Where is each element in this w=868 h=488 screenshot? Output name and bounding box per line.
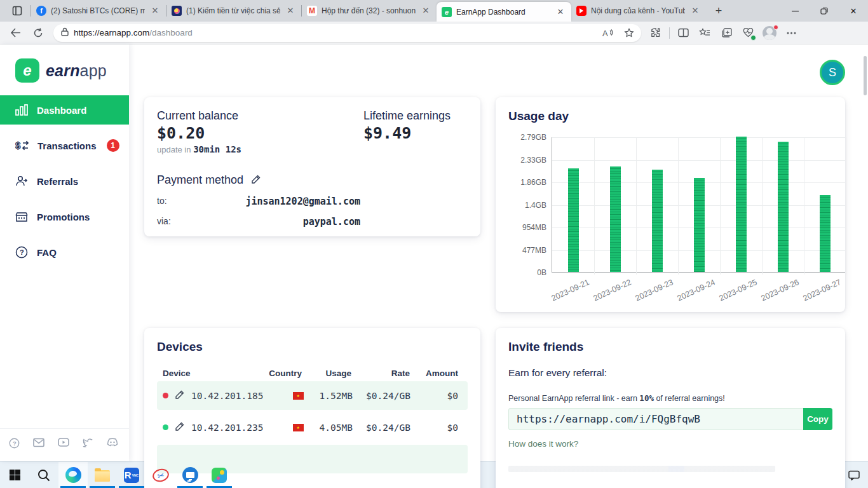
device-status-offline-dot <box>163 393 168 398</box>
settings-menu-icon[interactable] <box>782 24 801 43</box>
usage-bar[interactable] <box>778 142 789 272</box>
favorite-star-icon[interactable] <box>621 25 637 41</box>
split-screen-icon[interactable] <box>674 24 693 43</box>
usage-bar-chart: 2.79GB2.33GB1.86GB1.4GB954MB477MB0B2023-… <box>552 137 845 273</box>
extensions-icon[interactable] <box>646 24 665 43</box>
sidebar-item-transactions[interactable]: $ Transactions 1 <box>0 131 129 160</box>
collections-icon[interactable] <box>717 24 736 43</box>
device-usage: 4.05MB <box>304 423 353 433</box>
sidebar-item-faq[interactable]: ? FAQ <box>0 238 129 267</box>
earnapp-logo[interactable]: e earnapp <box>0 44 129 95</box>
payment-to-row: to: jinsan1202@gmail.com <box>157 196 468 207</box>
taskbar-remote-viewer-button[interactable] <box>175 462 205 488</box>
device-amount: $0 <box>410 423 458 433</box>
tab-close-icon[interactable]: ✕ <box>689 5 701 17</box>
y-axis-tick-label: 477MB <box>522 246 546 255</box>
user-avatar[interactable]: S <box>820 60 845 85</box>
edge-icon <box>65 467 81 483</box>
address-bar[interactable]: https://earnapp.com/dashboard A <box>53 24 641 42</box>
tab-facebook[interactable]: f (2) Satoshi BTCs (CORE) minin ✕ <box>31 2 166 20</box>
usage-bar[interactable] <box>652 170 663 272</box>
referral-link-input[interactable]: https://earnapp.com/i/FQgBfqwB <box>508 408 803 430</box>
device-rate: $0.24/GB <box>353 423 410 433</box>
copy-link-button[interactable]: Copy <box>803 408 832 430</box>
tab-title: (2) Satoshi BTCs (CORE) minin <box>51 6 145 15</box>
taskbar-snip-button[interactable]: ✂ <box>146 462 175 488</box>
back-icon[interactable] <box>5 24 25 43</box>
taskbar-bluestacks-button[interactable] <box>205 462 234 488</box>
window-close-button[interactable]: ✕ <box>839 0 868 22</box>
tab-close-icon[interactable]: ✕ <box>420 5 431 17</box>
referral-link-label: Personal EarnApp referral link - earn 10… <box>508 393 832 403</box>
sidebar-item-label: Promotions <box>37 212 90 222</box>
tab-earnapp-active[interactable]: e EarnApp Dashboard ✕ <box>437 2 571 22</box>
balance-card: Current balance $0.20 update in 30min 12… <box>144 97 480 236</box>
usage-bar[interactable] <box>694 178 705 272</box>
start-button[interactable] <box>0 462 29 488</box>
discord-icon[interactable] <box>107 438 118 451</box>
read-aloud-icon[interactable]: A <box>599 25 616 41</box>
favorites-bar-icon[interactable] <box>695 24 714 43</box>
x-axis-tick-label: 2023-09-26 <box>760 278 801 303</box>
device-row: 10.42.201.235 ★ 4.05MB $0.24/GB $0 <box>157 413 468 442</box>
current-balance-label: Current balance <box>157 109 241 123</box>
tab-youtube[interactable]: Nội dung của kênh - YouTube ✕ <box>571 2 706 20</box>
taskbar-vnc-button[interactable]: RVNC <box>117 462 146 488</box>
payment-via-label: via: <box>157 216 195 227</box>
payment-via-value: paypal.com <box>195 216 360 227</box>
chart-gridline <box>804 137 804 274</box>
new-tab-button[interactable]: + <box>710 2 728 20</box>
browser-essentials-icon[interactable] <box>738 24 757 43</box>
sidebar-item-promotions[interactable]: Promotions <box>0 202 129 231</box>
twitter-icon[interactable] <box>83 438 93 451</box>
sidebar-item-referrals[interactable]: Referrals <box>0 166 129 196</box>
tab-close-icon[interactable]: ✕ <box>555 6 566 18</box>
chart-gridline <box>552 160 845 161</box>
email-icon[interactable] <box>33 438 44 451</box>
invite-friends-card: Invite friends Earn for every referral: … <box>496 328 845 488</box>
sidebar-footer: ? <box>0 428 129 461</box>
sidebar-item-label: Transactions <box>37 140 97 151</box>
page-scrollbar[interactable] <box>864 56 867 95</box>
tab-money[interactable]: (1) Kiếm tiền từ việc chia sẻ b ✕ <box>166 2 301 20</box>
vnc-icon: RVNC <box>124 468 139 483</box>
svg-text:?: ? <box>20 248 24 256</box>
edit-device-icon[interactable] <box>175 421 185 433</box>
x-axis-tick-label: 2023-09-27 <box>802 278 843 303</box>
earnapp-logo-icon: e <box>15 58 39 83</box>
chart-gridline <box>762 137 763 274</box>
device-status-online-dot <box>163 424 168 430</box>
sidebar-item-label: FAQ <box>37 247 57 258</box>
usage-bar[interactable] <box>568 168 579 272</box>
usage-bar[interactable] <box>820 195 831 272</box>
tab-close-icon[interactable]: ✕ <box>285 5 296 17</box>
url-text[interactable]: https://earnapp.com/dashboard <box>74 28 594 37</box>
taskbar-search-button[interactable] <box>29 462 58 488</box>
taskbar-edge-button[interactable] <box>58 462 88 488</box>
edit-device-icon[interactable] <box>175 390 185 402</box>
devices-table-header: Device Country Usage Rate Amount <box>157 369 468 378</box>
window-restore-button[interactable] <box>810 0 839 22</box>
usage-bar[interactable] <box>610 166 621 272</box>
browser-profile-avatar[interactable] <box>760 24 779 43</box>
refresh-icon[interactable] <box>28 24 48 43</box>
devices-title: Devices <box>157 340 468 354</box>
column-amount: Amount <box>410 369 458 378</box>
lock-icon[interactable] <box>61 27 69 39</box>
tab-close-icon[interactable]: ✕ <box>149 5 161 17</box>
sidebar-item-dashboard[interactable]: Dashboard <box>0 95 129 125</box>
browser-tab-bar: f (2) Satoshi BTCs (CORE) minin ✕ (1) Ki… <box>0 0 868 22</box>
tab-gmail[interactable]: M Hộp thư đến (32) - sonhuong ✕ <box>302 2 437 20</box>
notification-center-icon[interactable] <box>846 466 862 484</box>
edit-payment-icon[interactable] <box>251 174 261 187</box>
help-icon[interactable]: ? <box>9 438 20 451</box>
y-axis-tick-label: 2.33GB <box>520 156 546 165</box>
usage-bar[interactable] <box>736 137 747 272</box>
lifetime-earnings-value: $9.49 <box>363 124 468 142</box>
taskbar-file-explorer-button[interactable] <box>88 462 117 488</box>
youtube-icon[interactable] <box>58 438 69 451</box>
payment-to-value: jinsan1202@gmail.com <box>195 196 360 207</box>
tab-overview-icon[interactable] <box>8 2 27 20</box>
how-it-works-link[interactable]: How does it work? <box>508 439 578 449</box>
window-minimize-button[interactable] <box>780 0 810 22</box>
